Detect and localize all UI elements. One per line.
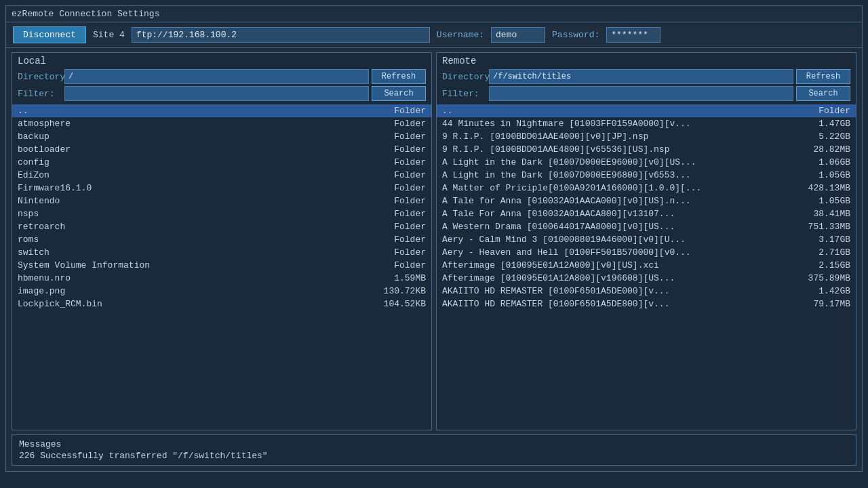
remote-file-size: 2.15GB: [796, 260, 850, 270]
local-file-size: Folder: [372, 157, 426, 167]
local-file-name: nsps: [18, 209, 365, 219]
remote-dir-input[interactable]: [489, 69, 793, 84]
local-file-name: atmosphere: [18, 119, 365, 129]
local-file-row[interactable]: nspsFolder: [12, 207, 431, 220]
local-file-name: config: [18, 157, 365, 167]
remote-file-row[interactable]: A Light in the Dark [01007D000EE96800][v…: [437, 169, 856, 182]
remote-filter-input[interactable]: [489, 86, 793, 101]
local-file-size: Folder: [372, 131, 426, 142]
remote-dir-label: Directory:: [442, 72, 486, 82]
local-file-size: Folder: [372, 235, 426, 245]
local-dir-row: Directory: Refresh: [18, 69, 426, 84]
remote-filter-row: Filter: Search: [442, 86, 850, 101]
remote-file-size: 428.13MB: [796, 183, 850, 193]
username-input[interactable]: [491, 27, 545, 43]
site-label: Site 4: [93, 30, 125, 40]
remote-dir-row: Directory: Refresh: [442, 69, 850, 84]
remote-file-size: 1.42GB: [796, 286, 850, 296]
remote-file-size: 5.22GB: [796, 131, 850, 142]
remote-file-row[interactable]: A Western Drama [0100644017AA8000][v0][U…: [437, 220, 856, 233]
username-label: Username:: [437, 30, 484, 40]
local-file-row[interactable]: System Volume InformationFolder: [12, 259, 431, 272]
local-file-name: Lockpick_RCM.bin: [18, 299, 365, 309]
remote-file-name: Afterimage [010095E01A12A000][v0][US].xc…: [442, 260, 789, 270]
local-file-row[interactable]: image.png130.72KB: [12, 285, 431, 298]
local-file-name: Firmware16.1.0: [18, 183, 365, 193]
remote-file-row[interactable]: AKAIITO HD REMASTER [0100F6501A5DE000][v…: [437, 285, 856, 298]
remote-file-row[interactable]: Afterimage [010095E01A12A800][v196608][U…: [437, 272, 856, 285]
remote-file-row[interactable]: 44 Minutes in Nightmare [01003FF0159A000…: [437, 117, 856, 130]
local-file-size: Folder: [372, 209, 426, 219]
local-file-row[interactable]: bootloaderFolder: [12, 143, 431, 156]
local-file-row[interactable]: Lockpick_RCM.bin104.52KB: [12, 298, 431, 310]
remote-file-name: A Light in the Dark [01007D000EE96800][v…: [442, 170, 789, 180]
remote-file-row[interactable]: A Matter of Priciple[0100A9201A166000][1…: [437, 182, 856, 195]
local-file-size: Folder: [372, 247, 426, 258]
local-panel: Local Directory: Refresh Filter: Search …: [12, 52, 432, 430]
remote-file-name: AKAIITO HD REMASTER [0100F6501A5DE800][v…: [442, 299, 789, 309]
local-filter-input[interactable]: [64, 86, 369, 101]
remote-panel-title: Remote: [442, 56, 850, 66]
local-file-name: System Volume Information: [18, 260, 365, 270]
remote-file-size: 1.06GB: [796, 157, 850, 167]
remote-file-row[interactable]: A Tale For Anna [010032A01AACA800][v1310…: [437, 207, 856, 220]
password-input[interactable]: [606, 27, 660, 43]
local-file-name: image.png: [18, 286, 365, 296]
remote-panel-header: Remote Directory: Refresh Filter: Search: [437, 53, 856, 104]
local-file-row[interactable]: backupFolder: [12, 130, 431, 143]
local-file-size: 1.59MB: [372, 273, 426, 283]
remote-file-name: Aery - Heaven and Hell [0100FF501B570000…: [442, 247, 789, 258]
local-dir-input[interactable]: [64, 69, 369, 84]
remote-search-button[interactable]: Search: [796, 86, 850, 101]
local-refresh-button[interactable]: Refresh: [372, 69, 426, 84]
url-input[interactable]: [132, 27, 430, 43]
disconnect-button[interactable]: Disconnect: [13, 26, 86, 43]
remote-file-row[interactable]: A Light in the Dark [01007D000EE96000][v…: [437, 156, 856, 169]
remote-file-name: A Matter of Priciple[0100A9201A166000][1…: [442, 183, 789, 193]
local-file-name: Nintendo: [18, 196, 365, 206]
remote-file-name: 9 R.I.P. [0100BDD01AAE4000][v0][JP].nsp: [442, 131, 789, 142]
local-file-size: Folder: [372, 196, 426, 206]
remote-file-row[interactable]: Aery - Calm Mind 3 [0100088019A46000][v0…: [437, 233, 856, 246]
local-file-row[interactable]: NintendoFolder: [12, 195, 431, 207]
local-file-row[interactable]: atmosphereFolder: [12, 117, 431, 130]
local-file-name: bootloader: [18, 144, 365, 155]
remote-file-row[interactable]: 9 R.I.P. [0100BDD01AAE4000][v0][JP].nsp5…: [437, 130, 856, 143]
local-dir-label: Directory:: [18, 72, 62, 82]
local-file-row[interactable]: retroarchFolder: [12, 220, 431, 233]
local-panel-header: Local Directory: Refresh Filter: Search: [12, 53, 431, 104]
main-window: ezRemote Connection Settings Disconnect …: [5, 5, 863, 472]
window-title-text: ezRemote Connection Settings: [12, 9, 159, 19]
local-file-size: Folder: [372, 106, 426, 116]
remote-file-size: 751.33MB: [796, 222, 850, 232]
local-file-row[interactable]: ..Folder: [12, 104, 431, 117]
local-file-size: Folder: [372, 222, 426, 232]
remote-file-name: Aery - Calm Mind 3 [0100088019A46000][v0…: [442, 235, 789, 245]
remote-file-name: A Tale for Anna [010032A01AACA000][v0][U…: [442, 196, 789, 206]
remote-file-row[interactable]: A Tale for Anna [010032A01AACA000][v0][U…: [437, 195, 856, 207]
local-file-name: roms: [18, 235, 365, 245]
local-file-row[interactable]: hbmenu.nro1.59MB: [12, 272, 431, 285]
remote-file-row[interactable]: ..Folder: [437, 104, 856, 117]
local-file-size: Folder: [372, 170, 426, 180]
local-file-row[interactable]: Firmware16.1.0Folder: [12, 182, 431, 195]
local-file-row[interactable]: EdiZonFolder: [12, 169, 431, 182]
local-file-size: Folder: [372, 260, 426, 270]
local-file-row[interactable]: configFolder: [12, 156, 431, 169]
panels-container: Local Directory: Refresh Filter: Search …: [6, 48, 862, 434]
remote-file-size: Folder: [796, 106, 850, 116]
messages-text: 226 Successfully transferred "/f/switch/…: [19, 451, 849, 461]
local-file-row[interactable]: switchFolder: [12, 246, 431, 259]
local-file-row[interactable]: romsFolder: [12, 233, 431, 246]
remote-file-row[interactable]: Aery - Heaven and Hell [0100FF501B570000…: [437, 246, 856, 259]
local-search-button[interactable]: Search: [372, 86, 426, 101]
remote-file-name: A Western Drama [0100644017AA8000][v0][U…: [442, 222, 789, 232]
remote-file-name: 44 Minutes in Nightmare [01003FF0159A000…: [442, 119, 789, 129]
remote-file-row[interactable]: 9 R.I.P. [0100BDD01AAE4800][v65536][US].…: [437, 143, 856, 156]
window-title-bar: ezRemote Connection Settings: [6, 6, 862, 22]
remote-refresh-button[interactable]: Refresh: [796, 69, 850, 84]
remote-file-list: ..Folder44 Minutes in Nightmare [01003FF…: [437, 104, 856, 430]
remote-file-row[interactable]: AKAIITO HD REMASTER [0100F6501A5DE800][v…: [437, 298, 856, 310]
remote-file-name: AKAIITO HD REMASTER [0100F6501A5DE000][v…: [442, 286, 789, 296]
remote-file-row[interactable]: Afterimage [010095E01A12A000][v0][US].xc…: [437, 259, 856, 272]
